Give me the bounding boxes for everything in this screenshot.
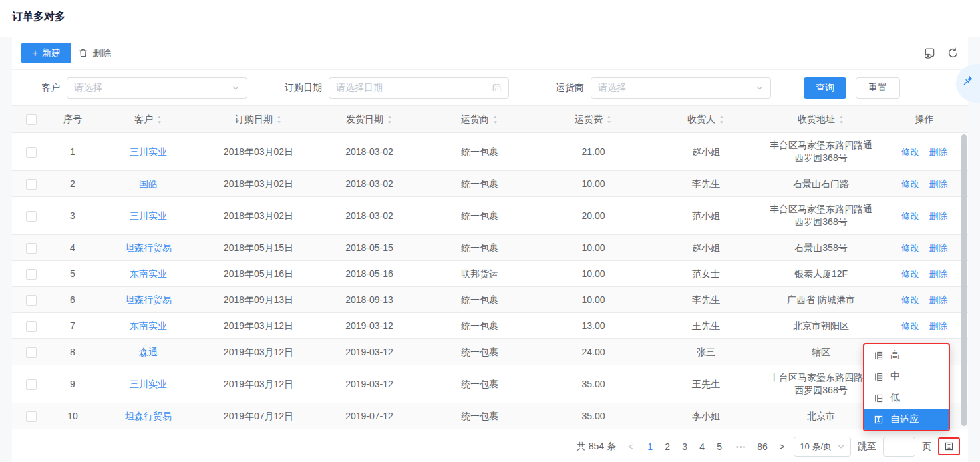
- row-checkbox[interactable]: [26, 243, 37, 254]
- customer-link[interactable]: 国皓: [139, 178, 158, 189]
- freight-cell: 20.00: [536, 203, 651, 228]
- sort-carets-icon: [276, 114, 282, 125]
- customer-link[interactable]: 坦森行贸易: [125, 411, 172, 421]
- delete-link[interactable]: 删除: [929, 177, 948, 190]
- row-checkbox[interactable]: [26, 347, 37, 358]
- row-checkbox[interactable]: [26, 211, 37, 222]
- column-header-发货日期[interactable]: 发货日期: [315, 106, 424, 133]
- select-all-checkbox[interactable]: [26, 114, 37, 125]
- customer-link[interactable]: 坦森行贸易: [125, 242, 172, 253]
- address-cell: 北京市朝阳区: [762, 314, 880, 338]
- page-number-button[interactable]: 4: [695, 441, 709, 452]
- delete-link[interactable]: 删除: [929, 267, 948, 280]
- refresh-icon[interactable]: [947, 47, 959, 59]
- sort-carets-icon: [156, 114, 162, 125]
- row-height-option-低[interactable]: 低: [864, 387, 949, 409]
- freight-cell: 10.00: [536, 235, 651, 260]
- scrollbar-thumb[interactable]: [961, 134, 967, 426]
- column-header-label: 运货商: [461, 113, 489, 126]
- sort-carets-icon: [838, 114, 844, 125]
- row-checkbox[interactable]: [26, 321, 37, 332]
- sort-carets-icon: [492, 114, 498, 125]
- table-preview-icon[interactable]: [923, 47, 935, 59]
- page-header: 订单多对多: [0, 0, 980, 37]
- page-number-button[interactable]: 3: [677, 441, 692, 452]
- row-checkbox[interactable]: [26, 379, 37, 390]
- row-checkbox[interactable]: [26, 179, 37, 190]
- edit-link[interactable]: 修改: [901, 241, 920, 254]
- row-select-cell: [12, 139, 51, 164]
- delete-link[interactable]: 删除: [929, 241, 948, 254]
- customer-cell: 坦森行贸易: [95, 287, 202, 312]
- row-checkbox[interactable]: [26, 147, 37, 158]
- new-button[interactable]: + 新建: [21, 43, 71, 63]
- autofit-icon: [874, 415, 884, 425]
- column-header-label: 收货人: [687, 113, 715, 126]
- customer-link[interactable]: 三川实业: [130, 210, 167, 221]
- order-date-cell: 2019年07月12日: [202, 403, 315, 429]
- customer-link[interactable]: 坦森行贸易: [125, 294, 172, 305]
- delete-button[interactable]: 删除: [71, 43, 118, 63]
- customer-link[interactable]: 东南实业: [130, 320, 167, 331]
- customer-link[interactable]: 三川实业: [130, 379, 167, 389]
- column-header-序号: 序号: [51, 106, 95, 133]
- row-height-option-高[interactable]: 高: [864, 344, 949, 366]
- shipper-filter: 运货商 请选择: [545, 77, 771, 99]
- last-page-button[interactable]: 86: [755, 441, 770, 452]
- column-header-收货地址[interactable]: 收货地址: [762, 106, 880, 133]
- row-checkbox[interactable]: [26, 269, 37, 280]
- customer-select[interactable]: 请选择: [67, 77, 247, 99]
- next-page-button[interactable]: >: [776, 441, 787, 452]
- shipper-cell: 统一包裹: [424, 171, 536, 196]
- prev-page-button[interactable]: <: [625, 441, 636, 452]
- row-index-cell: 7: [51, 313, 95, 338]
- table-row: 6坦森行贸易2018年09月13日2018-09-13统一包裹10.00李先生广…: [12, 287, 968, 313]
- sort-carets-icon: [387, 114, 393, 125]
- row-index-cell: 6: [51, 287, 95, 312]
- column-header-label: 订购日期: [235, 113, 273, 126]
- reset-button[interactable]: 重置: [856, 77, 900, 99]
- order-date-cell: 2019年03月12日: [202, 371, 315, 397]
- row-checkbox[interactable]: [26, 295, 37, 306]
- edit-link[interactable]: 修改: [901, 293, 920, 306]
- page-number-button[interactable]: 1: [643, 441, 657, 452]
- edit-link[interactable]: 修改: [901, 209, 920, 222]
- edit-link[interactable]: 修改: [901, 177, 920, 190]
- ship-date-cell: 2018-03-02: [315, 139, 424, 164]
- row-checkbox[interactable]: [26, 411, 37, 422]
- page-number-button[interactable]: 5: [712, 441, 727, 452]
- order-date-cell: 2018年03月02日: [202, 171, 315, 196]
- row-height-option-中[interactable]: 中: [864, 366, 949, 387]
- sort-carets-icon: [719, 114, 725, 125]
- page-number-button[interactable]: 2: [660, 441, 675, 452]
- column-header-客户[interactable]: 客户: [95, 106, 202, 133]
- edit-link[interactable]: 修改: [901, 145, 920, 158]
- column-header-收货人[interactable]: 收货人: [651, 106, 762, 133]
- edit-link[interactable]: 修改: [901, 267, 920, 280]
- column-header-订购日期[interactable]: 订购日期: [202, 106, 315, 133]
- customer-label: 客户: [21, 82, 60, 94]
- customer-cell: 坦森行贸易: [95, 403, 202, 429]
- delete-link[interactable]: 删除: [929, 209, 948, 222]
- customer-link[interactable]: 三川实业: [130, 146, 167, 157]
- customer-link[interactable]: 东南实业: [130, 268, 167, 279]
- row-height-toggle-button[interactable]: [938, 437, 960, 455]
- column-header-运货商[interactable]: 运货商: [424, 106, 536, 133]
- delete-link[interactable]: 删除: [929, 319, 948, 332]
- customer-cell: 国皓: [95, 171, 202, 196]
- row-height-option-自适应[interactable]: 自适应: [864, 409, 949, 430]
- jump-page-input[interactable]: [883, 437, 915, 457]
- shipper-select[interactable]: 请选择: [591, 77, 771, 99]
- edit-link[interactable]: 修改: [901, 319, 920, 332]
- query-button[interactable]: 查询: [804, 77, 846, 99]
- shipper-placeholder: 请选择: [598, 82, 756, 94]
- pin-off-icon[interactable]: [963, 75, 974, 86]
- column-header-运货费[interactable]: 运货费: [536, 106, 651, 133]
- delete-link[interactable]: 删除: [929, 293, 948, 306]
- customer-link[interactable]: 森通: [139, 346, 158, 357]
- freight-cell: 10.00: [536, 287, 651, 312]
- page-size-select[interactable]: 10 条/页: [794, 437, 851, 457]
- vertical-scrollbar[interactable]: [961, 134, 967, 429]
- delete-link[interactable]: 删除: [929, 145, 948, 158]
- order-date-picker[interactable]: 请选择日期: [329, 77, 509, 99]
